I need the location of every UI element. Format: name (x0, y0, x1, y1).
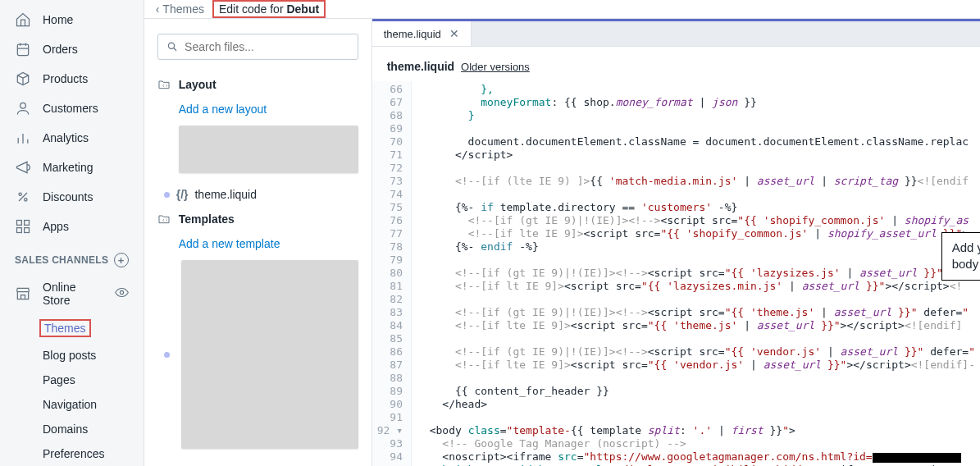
svg-point-1 (21, 103, 26, 108)
file-header: theme.liquid Older versions (372, 47, 980, 81)
tab-theme-liquid[interactable]: theme.liquid ✕ (372, 21, 472, 46)
analytics-icon (15, 130, 31, 146)
svg-point-13 (168, 43, 174, 48)
search-input[interactable] (157, 34, 358, 60)
group-templates[interactable]: Templates (157, 212, 358, 226)
subnav-themes[interactable]: Themes (43, 313, 144, 343)
eye-icon[interactable] (115, 286, 129, 302)
sidebar-item-marketing[interactable]: Marketing (0, 153, 144, 182)
subnav-domains[interactable]: Domains (43, 417, 144, 441)
close-tab-icon[interactable]: ✕ (449, 27, 459, 40)
svg-rect-9 (25, 221, 30, 226)
svg-point-6 (25, 199, 27, 201)
svg-rect-10 (17, 228, 22, 233)
modified-dot-icon (164, 352, 170, 358)
line-gutter: 6667686970717273747576777879808182838485… (372, 81, 412, 466)
file-explorer: Layout Add a new layout {/} theme.liquid… (144, 19, 372, 466)
products-icon (15, 71, 31, 87)
customers-icon (15, 100, 31, 116)
sidebar-item-discounts[interactable]: Discounts (0, 182, 144, 212)
layout-files-placeholder (179, 126, 358, 173)
sidebar-item-online-store[interactable]: Online Store (0, 274, 144, 313)
group-layout[interactable]: Layout (157, 78, 358, 91)
svg-line-14 (173, 48, 175, 50)
annotation-callout: Add your GTM body tag just after the ope… (941, 232, 980, 281)
svg-point-12 (120, 290, 123, 294)
svg-rect-0 (17, 44, 28, 55)
sidebar-item-home[interactable]: Home (0, 5, 144, 34)
sidebar-item-analytics[interactable]: Analytics (0, 123, 144, 153)
svg-rect-8 (17, 221, 22, 226)
add-channel-icon[interactable]: + (114, 253, 129, 267)
code-editor: theme.liquid ✕ theme.liquid Older versio… (372, 19, 980, 466)
file-theme-liquid[interactable]: {/} theme.liquid (157, 185, 358, 212)
apps-icon (15, 218, 31, 235)
subnav-navigation[interactable]: Navigation (43, 392, 144, 417)
home-icon (15, 11, 31, 28)
svg-rect-11 (25, 228, 30, 233)
subnav-pages[interactable]: Pages (43, 368, 144, 392)
sidebar-item-products[interactable]: Products (0, 64, 144, 94)
sales-channels-header: SALES CHANNELS + (0, 241, 144, 274)
page-title: Edit code for Debut (212, 0, 326, 18)
back-link[interactable]: ‹ Themes (156, 2, 204, 16)
sidebar-item-customers[interactable]: Customers (0, 94, 144, 123)
sidebar: HomeOrdersProductsCustomersAnalyticsMark… (0, 0, 144, 466)
store-icon (15, 286, 31, 302)
older-versions-link[interactable]: Older versions (461, 61, 530, 73)
folder-icon (157, 78, 171, 91)
editor-tabs: theme.liquid ✕ (372, 19, 980, 47)
code-viewport[interactable]: 6667686970717273747576777879808182838485… (372, 81, 980, 466)
topbar: ‹ Themes Edit code for Debut (144, 0, 980, 19)
orders-icon (15, 41, 31, 57)
discounts-icon (15, 189, 31, 205)
subnav-preferences[interactable]: Preferences (43, 441, 144, 466)
template-files-placeholder (181, 260, 358, 449)
subnav-blog-posts[interactable]: Blog posts (43, 343, 144, 368)
sidebar-item-apps[interactable]: Apps (0, 212, 144, 241)
marketing-icon (15, 159, 31, 176)
template-row[interactable] (157, 257, 358, 449)
modified-dot-icon (164, 192, 170, 198)
sidebar-item-orders[interactable]: Orders (0, 34, 144, 64)
svg-line-7 (19, 193, 27, 201)
svg-point-5 (19, 193, 21, 195)
add-layout-link[interactable]: Add a new layout (157, 99, 358, 122)
folder-icon (157, 212, 171, 226)
search-icon (166, 40, 178, 53)
liquid-icon: {/} (176, 188, 189, 201)
add-template-link[interactable]: Add a new template (157, 234, 358, 257)
